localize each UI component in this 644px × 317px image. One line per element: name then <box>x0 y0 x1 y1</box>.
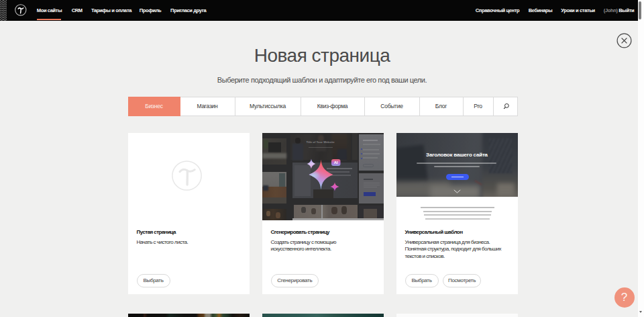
svg-text:AI: AI <box>333 161 337 165</box>
